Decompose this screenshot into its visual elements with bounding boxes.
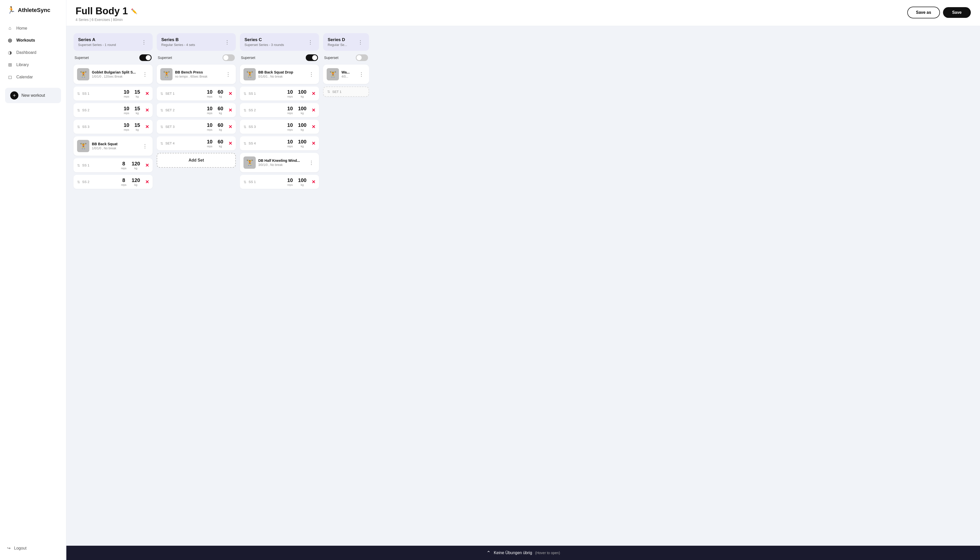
remove-set-icon-0[interactable]: ✕ [145,91,149,97]
exercise-thumb-C-1: 🏋️ [243,157,256,169]
kg-unit: kg [298,145,306,148]
remove-set-icon-2[interactable]: ✕ [145,124,149,130]
kg-value: 100 [298,106,306,112]
series-row: Series A Superset Series - 1 round ⋮ Sup… [73,33,973,546]
remove-set-icon-3[interactable]: ✕ [312,141,315,146]
kg-group[interactable]: 15 kg [135,122,140,131]
reps-group[interactable]: 10 reps [287,89,293,98]
kg-unit: kg [132,183,140,186]
sidebar-item-home[interactable]: ⌂ Home [0,22,66,34]
exercise-menu-A-0[interactable]: ⋮ [141,71,149,78]
series-menu-C[interactable]: ⋮ [306,38,314,46]
exercise-menu-B-0[interactable]: ⋮ [224,71,232,78]
superset-toggle-C[interactable] [306,54,318,61]
kg-group[interactable]: 15 kg [135,106,140,115]
kg-group[interactable]: 15 kg [135,89,140,98]
series-name-A: Series A [78,37,116,42]
bottom-bar[interactable]: ⌃ Keine Übungen übrig (Hover to open) [67,546,980,560]
remove-set-icon-1[interactable]: ✕ [228,107,232,113]
reps-group[interactable]: 10 reps [207,106,213,115]
add-set-button-B[interactable]: Add Set [157,153,236,168]
series-menu-B[interactable]: ⋮ [223,38,231,46]
logout-button[interactable]: ↪ Logout [0,542,66,554]
kg-group[interactable]: 100 kg [298,139,306,148]
chevron-up-icon: ⌃ [486,550,491,556]
kg-group[interactable]: 60 kg [218,89,223,98]
new-workout-button[interactable]: + New workout [5,88,61,103]
save-button[interactable]: Save [943,7,971,18]
app-name: AthleteSync [18,7,50,13]
series-col-A: Series A Superset Series - 1 round ⋮ Sup… [73,33,153,546]
kg-group[interactable]: 100 kg [298,122,306,131]
sidebar-item-dashboard[interactable]: ◑ Dashboard [0,47,66,59]
sort-icon-2: ⇅ [243,125,246,129]
reps-value: 10 [287,139,293,145]
set-row-C-0-2: ⇅ SS 3 10 reps 100 kg [240,120,319,134]
sidebar-item-library[interactable]: ⊞ Library [0,59,66,71]
reps-group[interactable]: 10 reps [124,89,130,98]
reps-group[interactable]: 10 reps [207,139,213,148]
reps-group[interactable]: 8 reps [121,161,126,170]
kg-group[interactable]: 100 kg [298,106,306,115]
series-menu-D[interactable]: ⋮ [356,38,364,46]
reps-group[interactable]: 10 reps [287,139,293,148]
kg-unit: kg [298,112,306,115]
exercise-menu-A-1[interactable]: ⋮ [141,142,149,150]
reps-value: 10 [124,106,130,112]
kg-group[interactable]: 120 kg [132,161,140,170]
exercise-menu-C-0[interactable]: ⋮ [307,71,315,78]
kg-group[interactable]: 60 kg [218,139,223,148]
superset-toggle-D[interactable] [356,54,368,61]
reps-group[interactable]: 10 reps [287,122,293,131]
kg-group[interactable]: 60 kg [218,122,223,131]
edit-title-icon[interactable]: ✏️ [131,8,137,14]
exercise-menu-C-1[interactable]: ⋮ [307,159,315,166]
sidebar-item-calendar[interactable]: ◻ Calendar [0,71,66,83]
remove-set-icon-0[interactable]: ✕ [312,91,315,97]
remove-set-icon-1[interactable]: ✕ [145,107,149,113]
series-name-B: Series B [161,37,195,42]
save-as-button[interactable]: Save as [907,7,940,18]
remove-set-icon-1[interactable]: ✕ [312,107,315,113]
remove-set-icon-0[interactable]: ✕ [312,179,315,185]
remove-set-icon-2[interactable]: ✕ [228,124,232,130]
kg-group[interactable]: 100 kg [298,89,306,98]
set-label-0: SS 1 [249,180,256,184]
kg-group[interactable]: 60 kg [218,106,223,115]
reps-unit: reps [287,128,293,131]
remove-set-icon-0[interactable]: ✕ [228,91,232,97]
kg-value: 15 [135,89,140,95]
set-label-1: SS 2 [249,108,256,112]
sidebar-label-home: Home [16,26,27,31]
kg-group[interactable]: 100 kg [298,177,306,186]
superset-toggle-A[interactable] [139,54,151,61]
kg-group[interactable]: 120 kg [132,177,140,186]
kg-value: 60 [218,139,223,145]
reps-group[interactable]: 10 reps [124,106,130,115]
reps-group[interactable]: 10 reps [207,122,213,131]
remove-set-icon-2[interactable]: ✕ [312,124,315,130]
series-menu-A[interactable]: ⋮ [140,38,148,46]
series-sub-D: Regular Se... [328,43,347,47]
sidebar-label-dashboard: Dashboard [16,50,36,55]
set-label-1: SS 2 [82,108,89,112]
kg-value: 60 [218,122,223,128]
sort-icon-1: ⇅ [243,108,246,112]
exercise-menu-D-0[interactable]: ⋮ [357,71,366,78]
sidebar-item-workouts[interactable]: ◎ Workouts [0,34,66,47]
remove-set-icon-3[interactable]: ✕ [228,141,232,146]
reps-group[interactable]: 10 reps [124,122,130,131]
reps-unit: reps [121,183,126,186]
library-icon: ⊞ [7,62,13,68]
reps-group[interactable]: 8 reps [121,177,126,186]
superset-toggle-B[interactable] [223,54,235,61]
remove-set-icon-1[interactable]: ✕ [145,179,149,185]
reps-group[interactable]: 10 reps [287,106,293,115]
remove-set-icon-0[interactable]: ✕ [145,163,149,168]
reps-group[interactable]: 10 reps [207,89,213,98]
kg-unit: kg [218,95,223,98]
reps-group[interactable]: 10 reps [287,177,293,186]
logout-icon: ↪ [7,546,10,550]
sort-icon-0: ⇅ [77,92,80,96]
set-label-1: SS 2 [82,180,89,184]
